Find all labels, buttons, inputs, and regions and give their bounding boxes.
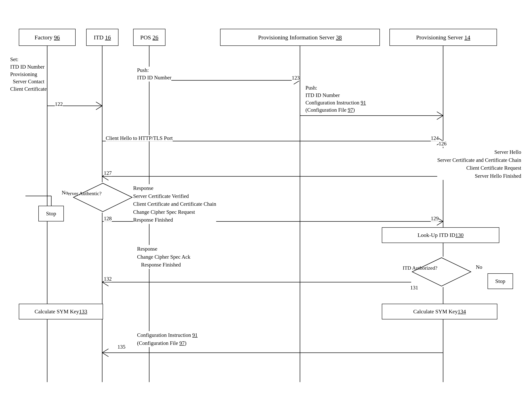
step-135: 135 bbox=[117, 344, 126, 350]
config-instruction-label: Configuration Instruction 91 (Configurat… bbox=[137, 331, 198, 347]
step-128-label: 128 bbox=[104, 216, 112, 222]
server-authentic-diamond: Server Authentic? bbox=[73, 182, 133, 213]
calc-sym1-box: Calculate SYM Key 133 bbox=[19, 304, 103, 319]
ps-label: Provisioning Server 14 bbox=[416, 34, 470, 41]
itd-authorized-diamond: ITD Authorized? bbox=[411, 257, 472, 287]
lookup-box: Look-Up ITD ID 130 bbox=[382, 227, 499, 243]
step-131: 131 bbox=[410, 285, 418, 291]
step-132: 132 bbox=[104, 276, 112, 282]
step-126: 126 bbox=[439, 141, 447, 147]
ps-number: 14 bbox=[465, 34, 470, 41]
step-123-label: 123 bbox=[292, 75, 300, 81]
svg-marker-17 bbox=[412, 258, 471, 286]
step-135-label: 135 bbox=[117, 344, 126, 350]
itd-box: ITD 16 bbox=[86, 29, 118, 46]
itd-number: 16 bbox=[105, 34, 111, 41]
step-131-label: 131 bbox=[410, 285, 418, 291]
step-122: 122 bbox=[55, 101, 63, 107]
svg-marker-16 bbox=[73, 183, 132, 212]
factory-set-label: Set: ITD ID Number Provisioning Server C… bbox=[10, 56, 47, 93]
client-hello-label: Client Hello to HTTP/TLS Port bbox=[106, 135, 173, 141]
push-pos-label: Push: ITD ID Number bbox=[137, 67, 171, 81]
step-122-label: 122 bbox=[55, 101, 63, 107]
step-132-label: 132 bbox=[104, 276, 112, 282]
response-group2-label: Response Change Cipher Spec Ack Response… bbox=[137, 245, 190, 269]
response-group-label: Response Server Certificate Verified Cli… bbox=[133, 184, 216, 224]
step-128: 128 bbox=[104, 216, 112, 221]
pos-box: POS 26 bbox=[133, 29, 165, 46]
step-126-label: 126 bbox=[439, 141, 447, 147]
stop1-box: Stop bbox=[38, 206, 64, 221]
step-129: 129 bbox=[431, 216, 439, 221]
factory-box: Factory 96 bbox=[19, 29, 76, 46]
step-124: 124 bbox=[431, 135, 439, 141]
pis-label: Provisioning Information Server 38 bbox=[258, 34, 342, 41]
stop2-box: Stop bbox=[488, 273, 513, 289]
step-124-label: 124 bbox=[431, 135, 439, 141]
factory-number: 96 bbox=[54, 34, 60, 41]
server-hello-label: Server Hello Server Certificate and Cert… bbox=[437, 148, 521, 180]
pis-box: Provisioning Information Server 38 bbox=[220, 29, 380, 46]
step-129-label: 129 bbox=[431, 216, 439, 222]
step-123: 123 bbox=[292, 75, 300, 81]
step-127: 127 bbox=[104, 170, 112, 176]
ps-box: Provisioning Server 14 bbox=[389, 29, 497, 46]
calc-sym2-box: Calculate SYM Key 134 bbox=[382, 304, 497, 319]
step-127-label: 127 bbox=[104, 170, 112, 176]
pos-number: 26 bbox=[152, 34, 158, 41]
no-2-label: No bbox=[476, 264, 482, 270]
no-1-label: No bbox=[62, 190, 68, 196]
pis-number: 38 bbox=[336, 34, 342, 41]
itd-label: ITD 16 bbox=[94, 34, 111, 41]
factory-label: Factory 96 bbox=[35, 34, 60, 41]
pos-label: POS 26 bbox=[140, 34, 158, 41]
push-pis-label: Push: ITD ID Number Configuration Instru… bbox=[305, 84, 366, 114]
